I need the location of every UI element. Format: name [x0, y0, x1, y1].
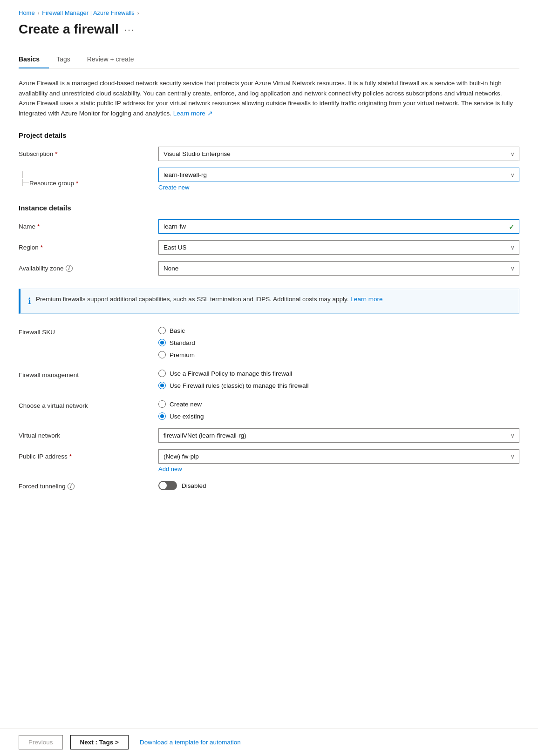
sku-basic-radio [158, 327, 166, 334]
description-text: Azure Firewall is a managed cloud-based … [19, 78, 519, 118]
name-input[interactable] [158, 219, 519, 234]
forced-tunneling-toggle[interactable] [158, 481, 177, 490]
project-details-header: Project details [19, 131, 519, 139]
resource-group-control: learn-firewall-rg ∨ Create new [158, 168, 519, 191]
info-notice-text: Premium firewalls support additional cap… [36, 295, 382, 304]
more-options-icon[interactable]: ··· [124, 24, 135, 35]
virtual-network-choice-row: Choose a virtual network Create new Use … [19, 398, 519, 420]
az-select[interactable]: None [158, 261, 519, 276]
rg-indent-line: Resource group * [19, 171, 158, 187]
vnet-create-new-radio [158, 400, 166, 408]
sku-standard-option[interactable]: Standard [158, 339, 519, 346]
sku-basic-option[interactable]: Basic [158, 327, 519, 334]
subscription-control: Visual Studio Enterprise ∨ [158, 147, 519, 161]
description-learn-more[interactable]: Learn more ↗ [173, 110, 213, 117]
instance-details-section: Instance details Name * ✓ Region * [19, 204, 519, 276]
project-details-section: Project details Subscription * Visual St… [19, 131, 519, 191]
breadcrumb-firewall-manager[interactable]: Firewall Manager | Azure Firewalls [42, 9, 134, 16]
name-label: Name * [19, 219, 158, 230]
region-control: East US ∨ [158, 240, 519, 255]
sku-premium-radio [158, 351, 166, 358]
subscription-required: * [55, 150, 57, 157]
name-required: * [37, 223, 40, 230]
resource-group-label: Resource group * [29, 178, 78, 187]
public-ip-select[interactable]: (New) fw-pip [158, 449, 519, 464]
info-notice-icon: ℹ [28, 295, 31, 308]
az-label: Availability zone i [19, 261, 158, 272]
region-select[interactable]: East US [158, 240, 519, 255]
rg-required: * [76, 180, 78, 187]
subscription-row: Subscription * Visual Studio Enterprise … [19, 147, 519, 161]
management-policy-radio [158, 370, 166, 377]
footer: Previous Next : Tags > Download a templa… [0, 728, 538, 756]
management-radio-group: Use a Firewall Policy to manage this fir… [158, 368, 519, 389]
vnet-use-existing-option[interactable]: Use existing [158, 412, 519, 420]
resource-group-row: Resource group * learn-firewall-rg ∨ Cre… [19, 168, 519, 191]
instance-details-header: Instance details [19, 204, 519, 212]
vnet-choice-label: Choose a virtual network [19, 398, 158, 409]
name-input-wrapper: ✓ [158, 219, 519, 234]
subscription-select-wrapper: Visual Studio Enterprise ∨ [158, 147, 519, 161]
vnet-label: Virtual network [19, 428, 158, 439]
sku-label: Firewall SKU [19, 325, 158, 336]
vnet-select-wrapper: firewallVNet (learn-firewall-rg) ∨ [158, 428, 519, 443]
page-title: Create a firewall [19, 22, 119, 37]
az-select-wrapper: None ∨ [158, 261, 519, 276]
info-notice-learn-more[interactable]: Learn more [350, 296, 382, 303]
public-ip-select-wrapper: (New) fw-pip ∨ [158, 449, 519, 464]
breadcrumb-chevron-2: › [137, 10, 139, 16]
forced-tunneling-row: Forced tunneling i Disabled [19, 479, 519, 490]
forced-tunneling-info-icon[interactable]: i [68, 483, 75, 490]
breadcrumb-home[interactable]: Home [19, 9, 35, 16]
breadcrumb-chevron-1: › [38, 10, 40, 16]
management-rules-option[interactable]: Use Firewall rules (classic) to manage t… [158, 382, 519, 389]
resource-group-label-col: Resource group * [19, 168, 158, 187]
create-new-rg-link[interactable]: Create new [158, 184, 189, 191]
rg-select-wrapper: learn-firewall-rg ∨ [158, 168, 519, 182]
page-title-row: Create a firewall ··· [19, 22, 519, 37]
vnet-select[interactable]: firewallVNet (learn-firewall-rg) [158, 428, 519, 443]
tab-review[interactable]: Review + create [87, 51, 143, 68]
name-check-icon: ✓ [509, 222, 515, 231]
forced-tunneling-control: Disabled [158, 479, 519, 490]
az-info-icon[interactable]: i [66, 265, 73, 272]
tab-tags[interactable]: Tags [56, 51, 80, 68]
previous-button[interactable]: Previous [19, 735, 63, 749]
breadcrumb: Home › Firewall Manager | Azure Firewall… [19, 9, 519, 16]
management-policy-option[interactable]: Use a Firewall Policy to manage this fir… [158, 370, 519, 377]
firewall-sku-row: Firewall SKU Basic Standard Premium [19, 325, 519, 358]
toggle-thumb [159, 482, 167, 489]
vnet-create-new-option[interactable]: Create new [158, 400, 519, 408]
name-row: Name * ✓ [19, 219, 519, 234]
sku-standard-radio [158, 339, 166, 346]
vnet-choice-radio-group: Create new Use existing [158, 398, 519, 420]
firewall-management-row: Firewall management Use a Firewall Polic… [19, 368, 519, 389]
forced-tunneling-toggle-wrapper: Disabled [158, 479, 519, 490]
vnet-use-existing-radio [158, 412, 166, 420]
region-row: Region * East US ∨ [19, 240, 519, 255]
next-button[interactable]: Next : Tags > [70, 735, 129, 749]
region-label: Region * [19, 240, 158, 251]
management-rules-radio [158, 382, 166, 389]
download-template-link[interactable]: Download a template for automation [140, 739, 241, 746]
tabs-bar: Basics Tags Review + create [19, 51, 519, 69]
sku-premium-option[interactable]: Premium [158, 351, 519, 358]
tab-basics[interactable]: Basics [19, 51, 49, 68]
resource-group-select[interactable]: learn-firewall-rg [158, 168, 519, 182]
public-ip-required: * [69, 453, 72, 460]
az-control: None ∨ [158, 261, 519, 276]
vnet-control: firewallVNet (learn-firewall-rg) ∨ [158, 428, 519, 443]
forced-tunneling-state-label: Disabled [182, 482, 206, 489]
subscription-select[interactable]: Visual Studio Enterprise [158, 147, 519, 161]
region-required: * [41, 244, 43, 251]
public-ip-row: Public IP address * (New) fw-pip ∨ Add n… [19, 449, 519, 472]
footer-spacer [19, 497, 519, 534]
virtual-network-row: Virtual network firewallVNet (learn-fire… [19, 428, 519, 443]
add-new-ip-link[interactable]: Add new [158, 466, 182, 472]
forced-tunneling-label: Forced tunneling i [19, 479, 158, 490]
name-control: ✓ [158, 219, 519, 234]
public-ip-control: (New) fw-pip ∨ Add new [158, 449, 519, 472]
page-container: Home › Firewall Manager | Azure Firewall… [0, 0, 538, 553]
vnet-choice-control: Create new Use existing [158, 398, 519, 420]
subscription-label: Subscription * [19, 147, 158, 157]
